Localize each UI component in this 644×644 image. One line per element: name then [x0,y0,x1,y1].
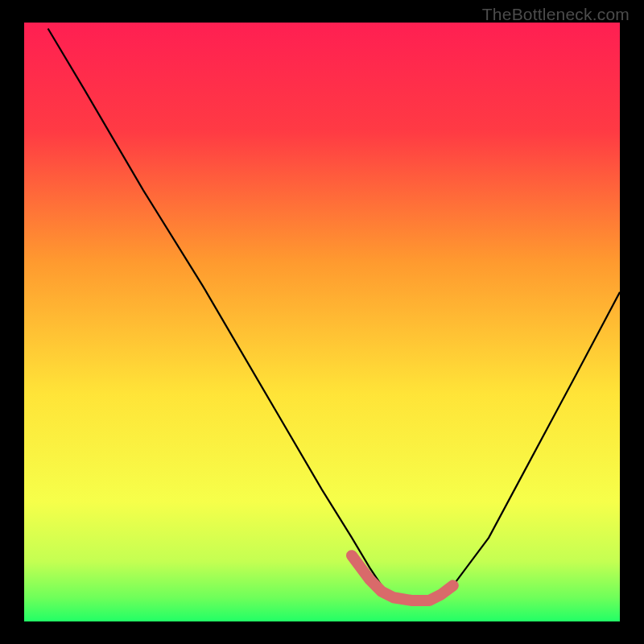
bottleneck-chart [0,0,644,644]
watermark-text: TheBottleneck.com [482,5,630,24]
gradient-background [24,23,620,621]
chart-stage: TheBottleneck.com [0,0,644,644]
